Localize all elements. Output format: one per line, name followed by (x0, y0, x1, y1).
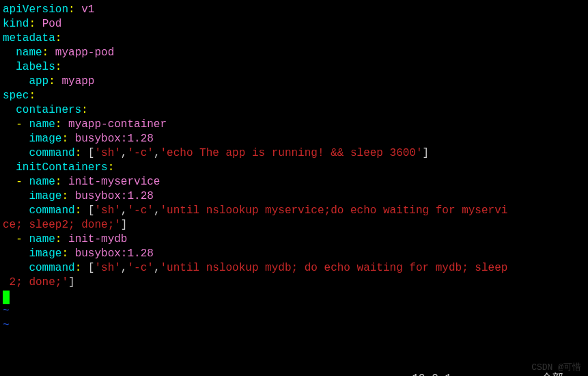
file-position-mode: 全部 (542, 372, 563, 376)
code-line: app: myapp (0, 75, 588, 89)
code-line: labels: (0, 60, 588, 75)
code-line: command: ['sh','-c','echo The app is run… (0, 146, 588, 161)
code-line: initContainers: (0, 161, 588, 175)
cursor-position: 19,0-1 (412, 372, 451, 376)
code-line: spec: (0, 89, 588, 103)
code-line: metadata: (0, 31, 588, 46)
code-line: command: ['sh','-c','until nslookup mydb… (0, 261, 588, 276)
code-line: kind: Pod (0, 17, 588, 31)
code-line: 2; done;'] (0, 276, 588, 290)
empty-line-tilde: ~ (0, 319, 588, 333)
code-line: apiVersion: v1 (0, 3, 588, 17)
code-line: image: busybox:1.28 (0, 189, 588, 204)
code-line: image: busybox:1.28 (0, 247, 588, 261)
cursor-block (3, 291, 10, 304)
code-line: name: myapp-pod (0, 46, 588, 60)
code-line: - name: init-myservice (0, 175, 588, 189)
empty-line-tilde: ~ (0, 304, 588, 319)
editor-content: apiVersion: v1kind: Podmetadata: name: m… (0, 3, 588, 290)
code-line: - name: myapp-container (0, 118, 588, 132)
code-line: - name: init-mydb (0, 232, 588, 247)
code-line: command: ['sh','-c','until nslookup myse… (0, 204, 588, 218)
code-line: image: busybox:1.28 (0, 132, 588, 146)
code-line: containers: (0, 103, 588, 118)
code-line: ce; sleep2; done;'] (0, 218, 588, 232)
